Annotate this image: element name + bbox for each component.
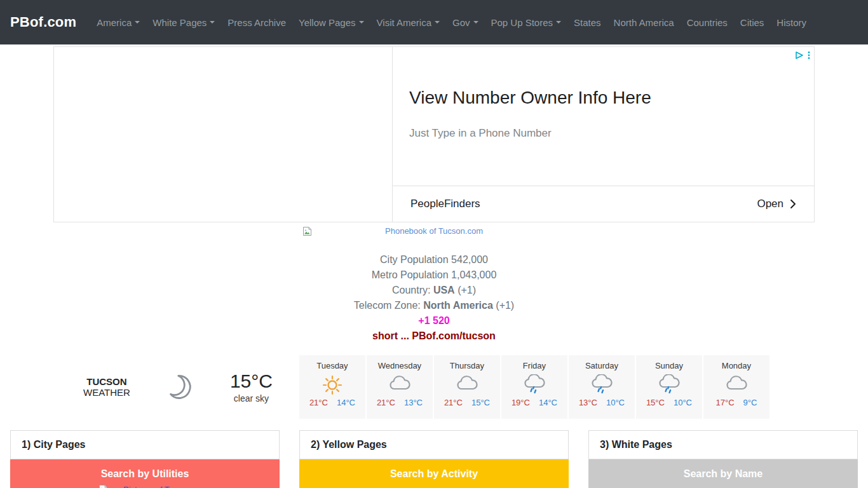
nav-item-states[interactable]: States <box>569 12 606 33</box>
weather-icon <box>636 372 702 396</box>
nav-item-pop-up-stores[interactable]: Pop Up Stores <box>486 12 567 33</box>
broken-image-icon <box>302 226 312 236</box>
chevron-down-icon <box>556 21 561 26</box>
current-condition: clear sky <box>230 393 273 403</box>
section-yellow-pages: 2) Yellow Pages Search by Activity <box>299 430 569 488</box>
city-population: City Population 542,000 <box>79 252 789 268</box>
section-title: 1) City Pages <box>10 430 280 459</box>
moon-icon <box>168 372 195 402</box>
nav-menu: America White Pages Press Archive Yellow… <box>92 12 814 33</box>
country-line: Country: USA (+1) <box>79 283 789 298</box>
weather-widget: TUCSON WEATHER 15°C clear sky Tuesday 21… <box>53 355 815 419</box>
ad-headline[interactable]: View Number Owner Info Here <box>409 88 814 108</box>
section-city-pages: 1) City Pages Search by Utilities Pictur… <box>10 430 280 488</box>
weather-icon <box>434 372 500 396</box>
forecast-card[interactable]: Tuesday 21°C14°C <box>299 355 365 419</box>
nav-item-visit-america[interactable]: Visit America <box>372 12 445 33</box>
logo-row: Phonebook of Tucson.com <box>53 226 815 236</box>
section-white-pages: 3) White Pages Search by Name <box>588 430 858 488</box>
city-info-block: City Population 542,000 Metro Population… <box>79 252 789 344</box>
search-by-name-button[interactable]: Search by Name <box>588 459 858 488</box>
forecast-card[interactable]: Thursday 21°C15°C <box>434 355 500 419</box>
ad-empty-panel <box>53 46 393 222</box>
ad-open-button[interactable]: Open <box>757 198 796 210</box>
current-conditions: 15°C clear sky <box>230 370 273 403</box>
ad-content-panel: View Number Owner Info Here Just Type in… <box>393 46 815 222</box>
forecast-card[interactable]: Wednesday 21°C13°C <box>367 355 433 419</box>
nav-item-yellow-pages[interactable]: Yellow Pages <box>294 12 369 33</box>
chevron-down-icon <box>359 21 364 26</box>
telecom-zone-line: Telecom Zone: North America (+1) <box>79 298 789 313</box>
ad-options-dots-icon[interactable] <box>808 51 810 60</box>
chevron-down-icon <box>135 21 140 26</box>
short-url-link[interactable]: PBof.com/tucson <box>412 330 496 341</box>
weather-icon <box>703 372 770 396</box>
adchoices-icon[interactable] <box>795 51 804 60</box>
nav-item-countries[interactable]: Countries <box>682 12 733 33</box>
search-sections: 1) City Pages Search by Utilities Pictur… <box>10 430 858 488</box>
ad-banner-area: View Number Owner Info Here Just Type in… <box>53 46 815 222</box>
chevron-down-icon <box>210 21 215 26</box>
weather-icon <box>569 372 635 396</box>
search-by-activity-button[interactable]: Search by Activity <box>299 459 569 488</box>
nav-item-press-archive[interactable]: Press Archive <box>222 12 291 33</box>
nav-item-history[interactable]: History <box>771 12 811 33</box>
ad-advertiser-name: PeopleFinders <box>410 198 480 210</box>
short-url-line: short ... PBof.com/tucson <box>79 329 789 344</box>
nav-item-gov[interactable]: Gov <box>447 12 484 33</box>
ad-subtext: Just Type in a Phone Number <box>409 127 814 140</box>
forecast-card[interactable]: Sunday 15°C10°C <box>636 355 702 419</box>
weather-icon <box>299 372 365 396</box>
nav-item-white-pages[interactable]: White Pages <box>147 12 220 33</box>
chevron-down-icon <box>473 21 478 26</box>
metro-population: Metro Population 1,043,000 <box>79 268 789 283</box>
section-title: 3) White Pages <box>588 430 858 459</box>
top-navbar: PBof.com America White Pages Press Archi… <box>0 0 868 44</box>
nav-item-north-america[interactable]: North America <box>609 12 679 33</box>
phone-code: +1 520 <box>79 313 789 329</box>
nav-item-america[interactable]: America <box>92 12 145 33</box>
brand-logo[interactable]: PBof.com <box>10 14 76 30</box>
phonebook-logo-link[interactable]: Phonebook of Tucson.com <box>79 226 789 236</box>
forecast-strip: Tuesday 21°C14°C Wednesday 21°C13°C Th <box>299 355 770 419</box>
chevron-down-icon <box>435 21 440 26</box>
ad-footer-bar: PeopleFinders Open <box>393 186 814 222</box>
forecast-card[interactable]: Friday 19°C14°C <box>501 355 567 419</box>
nav-item-cities[interactable]: Cities <box>735 12 770 33</box>
section-title: 2) Yellow Pages <box>299 430 569 459</box>
current-temp: 15°C <box>230 370 273 392</box>
weather-city-label: TUCSON WEATHER <box>83 376 130 398</box>
weather-icon <box>367 372 433 396</box>
weather-icon <box>501 372 567 396</box>
broken-image-icon <box>98 484 108 488</box>
forecast-card[interactable]: Monday 17°C9°C <box>703 355 770 419</box>
pictures-of-tucson-link[interactable]: Pictures of Tucson <box>123 485 191 488</box>
forecast-card[interactable]: Saturday 13°C10°C <box>569 355 635 419</box>
search-by-utilities-button[interactable]: Search by Utilities Pictures of Tucson <box>10 459 280 488</box>
chevron-right-icon <box>790 199 796 209</box>
